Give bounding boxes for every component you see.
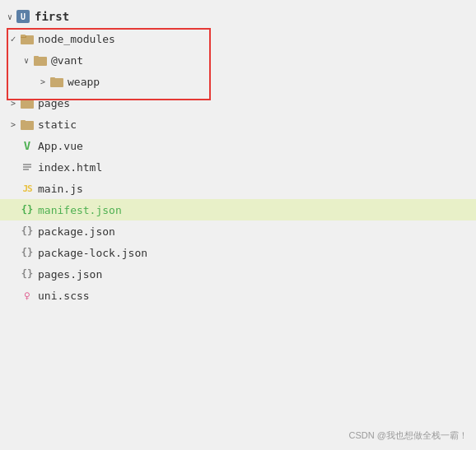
svg-rect-2 <box>21 35 26 37</box>
folder-icon <box>49 75 64 88</box>
json-icon: {} <box>20 225 35 238</box>
list-item[interactable]: ✓ node_modules <box>0 28 476 49</box>
list-item[interactable]: ♀ uni.scss <box>0 285 476 306</box>
item-label: pages.json <box>38 268 102 281</box>
item-label: @vant <box>51 54 83 67</box>
html-icon <box>20 160 35 174</box>
item-label: weapp <box>68 76 100 88</box>
expand-arrow[interactable] <box>7 96 20 109</box>
item-label: main.js <box>38 183 83 195</box>
list-item[interactable]: {} pages.json <box>0 263 476 285</box>
svg-rect-6 <box>50 77 55 80</box>
u-icon: U <box>16 10 30 23</box>
root-label: first <box>35 10 69 23</box>
folder-icon <box>20 96 35 109</box>
root-arrow[interactable] <box>3 10 16 23</box>
svg-rect-4 <box>34 56 39 58</box>
item-label: static <box>38 118 77 131</box>
item-label: index.html <box>38 161 102 174</box>
item-label: pages <box>38 97 70 109</box>
svg-rect-10 <box>21 120 26 123</box>
list-item[interactable]: V App.vue <box>0 135 476 156</box>
folder-icon <box>33 53 48 67</box>
list-item[interactable]: weapp <box>0 71 476 92</box>
list-item[interactable]: {} package-lock.json <box>0 242 476 263</box>
list-item[interactable]: pages <box>0 92 476 114</box>
js-icon: JS <box>20 182 35 195</box>
file-tree: U first ✓ node_modules @vant weapp pages <box>0 0 476 450</box>
item-label: node_modules <box>38 33 115 45</box>
item-label: uni.scss <box>38 290 90 302</box>
json-icon: {} <box>20 267 35 281</box>
watermark: CSDN @我也想做全栈一霸！ <box>349 429 468 442</box>
vue-icon: V <box>20 139 35 152</box>
expand-arrow[interactable] <box>20 53 33 67</box>
root-row[interactable]: U first <box>0 5 476 28</box>
expand-arrow[interactable] <box>7 118 20 131</box>
item-label: package.json <box>38 225 115 238</box>
folder-icon <box>20 32 35 45</box>
item-label: manifest.json <box>38 204 122 216</box>
list-item[interactable]: static <box>0 114 476 135</box>
list-item[interactable]: JS main.js <box>0 178 476 199</box>
list-item[interactable]: index.html <box>0 156 476 178</box>
folder-icon <box>20 118 35 131</box>
expand-arrow[interactable] <box>36 75 49 88</box>
scss-icon: ♀ <box>20 289 35 302</box>
list-item[interactable]: {} manifest.json <box>0 199 476 220</box>
json-icon: {} <box>20 203 35 216</box>
svg-rect-8 <box>21 99 26 101</box>
list-item[interactable]: {} package.json <box>0 220 476 242</box>
list-item[interactable]: @vant <box>0 49 476 71</box>
item-label: App.vue <box>38 140 83 152</box>
json-icon: {} <box>20 246 35 259</box>
check-icon: ✓ <box>7 32 20 45</box>
item-label: package-lock.json <box>38 247 147 259</box>
